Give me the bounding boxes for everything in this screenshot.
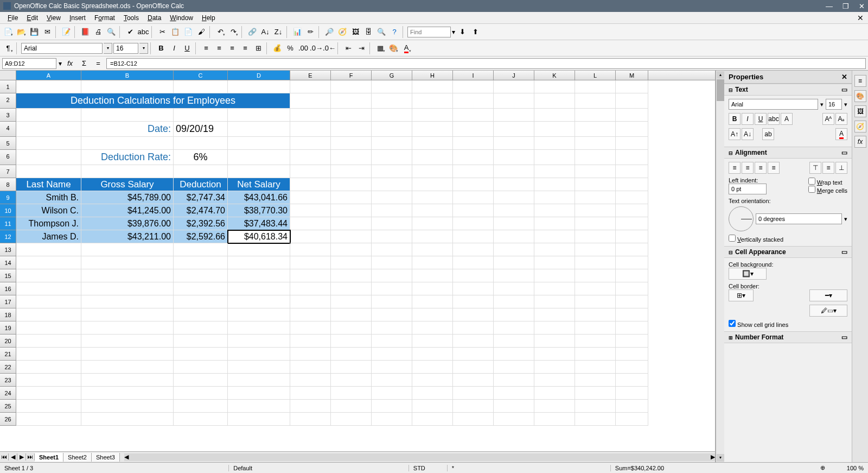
cell-D19[interactable] [228,321,290,335]
cell-M2[interactable] [616,93,648,109]
cell-G2[interactable] [372,93,412,109]
cell-I2[interactable] [453,93,494,109]
cell-G5[interactable] [372,137,412,150]
cell-B3[interactable] [81,109,174,122]
section-text-more-icon[interactable]: ▭ [841,86,847,93]
align-right-button[interactable]: ≡ [226,42,238,54]
cell-I3[interactable] [453,109,494,122]
copy-button[interactable]: 📋 [169,26,181,38]
cell-G19[interactable] [372,321,412,335]
side-size-dropdown[interactable]: ▾ [844,101,847,108]
column-header-K[interactable]: K [534,71,575,80]
wrap-text-checkbox[interactable]: Wrap text [808,179,843,186]
cell-C3[interactable] [174,109,228,122]
cell-D13[interactable] [228,243,290,256]
cell-J21[interactable] [494,348,534,361]
cell-L13[interactable] [575,243,616,256]
cell-I12[interactable] [453,230,494,243]
cell-K14[interactable] [534,256,575,269]
cell-B8[interactable]: Gross Salary [81,178,174,191]
sidebar-close-button[interactable]: ✕ [841,73,847,81]
menu-help[interactable]: Help [197,13,220,23]
redo-button[interactable]: ↷ [227,26,239,38]
cell-B17[interactable] [81,295,174,308]
cell-E16[interactable] [290,282,331,295]
cell-I15[interactable] [453,269,494,282]
row-header-8[interactable]: 8 [0,178,16,191]
column-header-E[interactable]: E [290,71,331,80]
cell-F16[interactable] [331,282,372,295]
cell-A4[interactable] [16,122,81,137]
cell-K13[interactable] [534,243,575,256]
cell-M6[interactable] [616,150,648,165]
cell-B22[interactable] [81,361,174,374]
cell-F24[interactable] [331,387,372,400]
add-decimal-button[interactable]: .0→ [310,42,322,54]
cell-B7[interactable] [81,165,174,178]
cell-M22[interactable] [616,361,648,374]
sheet-tab-sheet3[interactable]: Sheet3 [92,453,120,462]
cell-E9[interactable] [290,191,331,204]
cell-L18[interactable] [575,308,616,321]
cell-E13[interactable] [290,243,331,256]
cell-H11[interactable] [412,217,453,230]
cell-I22[interactable] [453,361,494,374]
sidebar-tab-gallery[interactable]: 🖼 [854,105,866,117]
paste-button[interactable]: 📄 [182,26,194,38]
cell-F11[interactable] [331,217,372,230]
section-number-format-label[interactable]: Number Format [735,333,783,341]
cell-E7[interactable] [290,165,331,178]
cell-A18[interactable] [16,308,81,321]
cell-L4[interactable] [575,122,616,137]
cell-H7[interactable] [412,165,453,178]
cell-G16[interactable] [372,282,412,295]
sidebar-tab-functions[interactable]: fx [854,136,866,148]
status-zoom[interactable]: 100 % [847,465,864,471]
find-input[interactable] [407,27,451,37]
orientation-dial[interactable] [729,206,754,231]
cell-K5[interactable] [534,137,575,150]
cell-A25[interactable] [16,400,81,413]
cell-K22[interactable] [534,361,575,374]
cell-A1[interactable] [16,80,81,93]
cell-M10[interactable] [616,204,648,217]
close-button[interactable]: ✕ [859,2,865,10]
cell-G11[interactable] [372,217,412,230]
section-alignment-label[interactable]: Alignment [735,149,767,156]
cell-M23[interactable] [616,374,648,387]
cell-K6[interactable] [534,150,575,165]
cell-A5[interactable] [16,137,81,150]
cell-I20[interactable] [453,335,494,348]
cell-E21[interactable] [290,348,331,361]
cell-border-color-button[interactable]: 🖉▭▾ [809,305,847,317]
cell-H10[interactable] [412,204,453,217]
cell-B20[interactable] [81,335,174,348]
cell-L1[interactable] [575,80,616,93]
cell-M13[interactable] [616,243,648,256]
cell-M26[interactable] [616,413,648,426]
cell-F6[interactable] [331,150,372,165]
cell-B25[interactable] [81,400,174,413]
cell-G3[interactable] [372,109,412,122]
cell-E22[interactable] [290,361,331,374]
cell-I23[interactable] [453,374,494,387]
cell-C8[interactable]: Deduction [174,178,228,191]
side-align-center-button[interactable]: ≡ [742,162,754,174]
cell-G14[interactable] [372,256,412,269]
cell-L9[interactable] [575,191,616,204]
cell-bg-color-button[interactable]: 🔲▾ [729,268,767,280]
cell-I10[interactable] [453,204,494,217]
cell-G26[interactable] [372,413,412,426]
hyperlink-button[interactable]: 🔗 [246,26,258,38]
align-left-button[interactable]: ≡ [200,42,212,54]
cell-M24[interactable] [616,387,648,400]
cell-D9[interactable]: $43,041.66 [228,191,290,204]
cell-C21[interactable] [174,348,228,361]
cell-F3[interactable] [331,109,372,122]
side-highlight-button[interactable]: ab [762,128,774,140]
cell-J5[interactable] [494,137,534,150]
cell-G21[interactable] [372,348,412,361]
cell-J8[interactable] [494,178,534,191]
cell-D23[interactable] [228,374,290,387]
cell-A14[interactable] [16,256,81,269]
